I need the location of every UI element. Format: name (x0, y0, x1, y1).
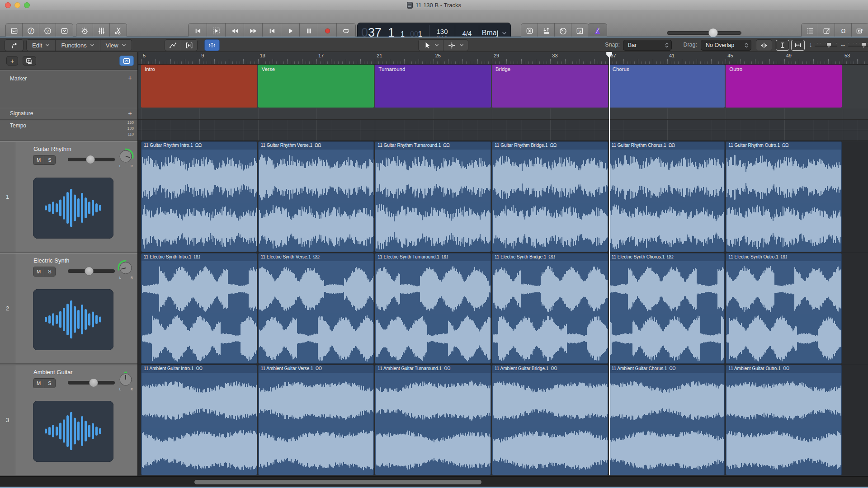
master-volume-slider[interactable] (667, 29, 741, 37)
flex-button[interactable] (181, 40, 197, 51)
audio-region[interactable]: 11 Guitar Rhythm Verse.1ΩΩ (258, 141, 374, 252)
autopunch-icon (542, 27, 551, 35)
nudge-back-button[interactable] (5, 39, 24, 51)
pan-knob[interactable]: L R (117, 371, 136, 391)
ruler-minor-ticks (141, 61, 868, 64)
vertical-zoom-slider-thumb[interactable] (827, 43, 831, 48)
flex-icon (185, 41, 193, 50)
drag-dropdown[interactable]: No Overlap (701, 40, 751, 51)
bar-ruler[interactable]: 591317212529333741454953 (138, 52, 868, 65)
audio-region[interactable]: 11 Ambient Guitar Turnaround.1ΩΩ (375, 365, 491, 475)
vertical-auto-zoom-button[interactable] (776, 40, 789, 51)
waveform-zoom-button[interactable] (756, 39, 772, 51)
track-volume-slider[interactable] (68, 155, 115, 164)
catch-playhead-button[interactable] (204, 39, 220, 51)
horizontal-zoom-slider-thumb[interactable] (862, 43, 866, 48)
audio-region[interactable]: 11 Ambient Guitar Verse.1ΩΩ (258, 365, 374, 475)
track-volume-slider[interactable] (68, 267, 115, 276)
audio-region[interactable]: 11 Electric Synth Intro.1ΩΩ (141, 253, 257, 364)
track-name[interactable]: Ambient Guitar (33, 369, 73, 375)
left-click-tool-button[interactable] (419, 40, 443, 51)
global-track-tempo[interactable]: Tempo 150130110 (0, 120, 137, 141)
show-automation-button[interactable] (165, 40, 181, 51)
arrangement-marker-intro[interactable]: Intro (141, 65, 257, 108)
volume-knob[interactable] (708, 28, 718, 38)
track-header-2[interactable]: 2 Electric Synth M S L R (0, 253, 137, 364)
audio-region[interactable]: 11 Electric Synth Outro.1ΩΩ (726, 253, 842, 364)
solo-button[interactable]: S (44, 155, 55, 164)
audio-region[interactable]: 11 Electric Synth Turnaround.1ΩΩ (375, 253, 491, 364)
volume-knob[interactable] (86, 155, 95, 164)
editors-icon (114, 27, 123, 35)
pan-knob[interactable]: L R (117, 147, 136, 168)
volume-knob[interactable] (89, 378, 98, 387)
region-name: 11 Electric Synth Verse.1ΩΩ (261, 254, 372, 259)
audio-region[interactable]: 11 Ambient Guitar Chorus.1ΩΩ (609, 365, 725, 475)
track-header-1[interactable]: 1 Guitar Rhythm M S L R (0, 141, 137, 252)
track-name[interactable]: Electric Synth (33, 257, 69, 264)
arrangement-marker-bridge[interactable]: Bridge (492, 65, 608, 108)
menu-functions[interactable]: Functions (56, 40, 100, 51)
horizontal-scrollbar-thumb[interactable] (194, 480, 481, 484)
audio-region[interactable]: 11 Ambient Guitar Bridge.1ΩΩ (492, 365, 608, 475)
audio-region[interactable]: 11 Guitar Rhythm Intro.1ΩΩ (141, 141, 257, 252)
arrangement-marker-chorus[interactable]: Chorus (609, 65, 725, 108)
audio-region[interactable]: 11 Guitar Rhythm Outro.1ΩΩ (726, 141, 842, 252)
horizontal-zoom-slider-track[interactable] (848, 42, 868, 48)
mute-button[interactable]: M (33, 267, 44, 276)
svg-text:L: L (119, 276, 121, 279)
track-name[interactable]: Guitar Rhythm (33, 145, 71, 152)
audio-region[interactable]: 11 Guitar Rhythm Turnaround.1ΩΩ (375, 141, 491, 252)
vertical-zoom-slider-track[interactable] (815, 42, 837, 48)
track-header-3[interactable]: 3 Ambient Guitar M S L R (0, 365, 137, 475)
solo-button[interactable]: S (44, 267, 55, 276)
menu-edit[interactable]: Edit (27, 40, 56, 51)
command-click-tool-button[interactable] (443, 40, 468, 51)
mute-button[interactable]: M (33, 155, 44, 164)
horizontal-scrollbar[interactable] (0, 476, 868, 487)
global-track-marker[interactable]: Marker + (0, 70, 137, 108)
audio-region[interactable]: 11 Electric Synth Verse.1ΩΩ (258, 253, 374, 364)
loop-badge-icon: ΩΩ (781, 254, 787, 259)
global-track-signature[interactable]: Signature + (0, 108, 137, 120)
add-signature-button[interactable]: + (128, 109, 132, 117)
add-track-button[interactable]: + (6, 56, 18, 66)
horizontal-zoom-slider[interactable]: ↔ (840, 41, 868, 48)
pan-knob[interactable]: L R (117, 259, 136, 280)
vertical-zoom-slider-icon: ↕ (809, 41, 812, 48)
catch-playhead-icon (208, 41, 217, 50)
snap-dropdown[interactable]: Bar (623, 40, 672, 51)
track-volume-slider[interactable] (68, 378, 115, 387)
region-name: 11 Electric Synth Chorus.1ΩΩ (612, 254, 723, 259)
bar-number: 49 (786, 53, 792, 58)
add-marker-button[interactable]: + (128, 74, 132, 81)
waveform (142, 365, 257, 475)
arrangement-marker-outro[interactable]: Outro (726, 65, 842, 108)
loop-badge-icon: ΩΩ (316, 366, 322, 371)
vertical-zoom-slider[interactable]: ↕ (809, 41, 837, 48)
horizontal-auto-zoom-button[interactable] (791, 40, 805, 51)
hide-global-tracks-button[interactable] (119, 56, 134, 66)
automation-flex-group (165, 39, 198, 51)
audio-region[interactable]: 11 Guitar Rhythm Chorus.1ΩΩ (609, 141, 725, 252)
menu-view[interactable]: View (100, 40, 132, 51)
playhead[interactable] (609, 52, 610, 475)
mute-button[interactable]: M (33, 379, 44, 388)
volume-knob[interactable] (85, 267, 94, 276)
arrangement-marker-turnaround[interactable]: Turnaround (375, 65, 491, 108)
logic-pro-window: 11 130 B - Tracks i? 037 1 1 001 BAR BEA… (0, 0, 868, 488)
duplicate-track-button[interactable] (23, 56, 36, 66)
audio-region[interactable]: 11 Electric Synth Chorus.1ΩΩ (609, 253, 725, 364)
control-bar-top: i? 037 1 1 001 BAR BEAT DIV TICK 130 KEE… (0, 10, 868, 37)
chevron-down-icon (90, 44, 94, 47)
solo-button[interactable]: S (44, 379, 55, 388)
bar-number: 9 (201, 53, 204, 58)
updown-chevron-icon (745, 42, 748, 48)
audio-region[interactable]: 11 Ambient Guitar Intro.1ΩΩ (141, 365, 257, 475)
svg-text:♪: ♪ (862, 28, 863, 32)
audio-region[interactable]: 11 Electric Synth Bridge.1ΩΩ (492, 253, 608, 364)
arrangement-marker-verse[interactable]: Verse (258, 65, 374, 108)
audio-region[interactable]: 11 Guitar Rhythm Bridge.1ΩΩ (492, 141, 608, 252)
audio-region[interactable]: 11 Ambient Guitar Outro.1ΩΩ (726, 365, 842, 475)
forward-icon (249, 27, 258, 35)
